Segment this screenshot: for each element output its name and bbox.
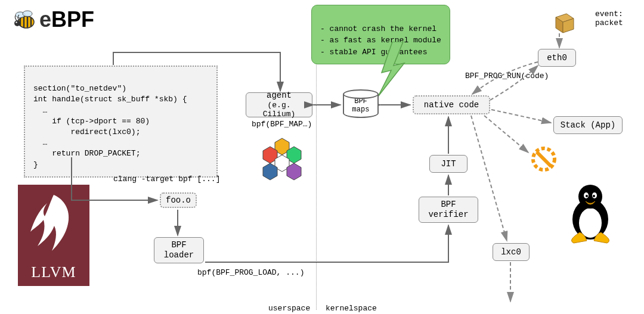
diagram-arrows <box>0 0 644 314</box>
bpf-maps-cylinder: BPF maps <box>343 89 379 118</box>
